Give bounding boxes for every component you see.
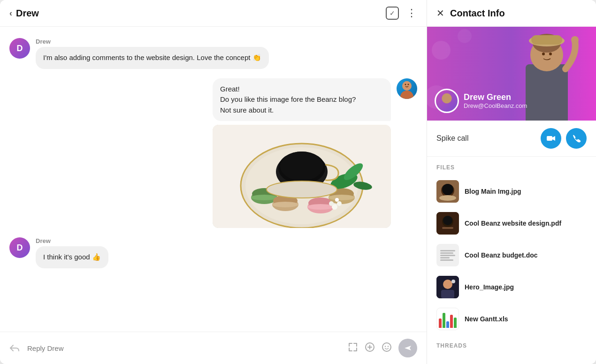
message-bubble: I'm also adding comments to the website … <box>36 47 269 69</box>
macaron-image-svg <box>213 125 391 228</box>
file-item-5[interactable]: New Gantt.xls <box>436 303 587 335</box>
contact-close-button[interactable]: ✕ <box>436 8 444 19</box>
back-arrow-icon: ‹ <box>9 8 12 18</box>
svg-point-37 <box>432 41 451 60</box>
svg-point-31 <box>267 181 337 198</box>
reply-area <box>0 332 427 364</box>
phone-call-icon <box>572 134 581 143</box>
call-buttons <box>541 128 587 149</box>
send-icon <box>404 344 412 352</box>
expand-icon <box>348 342 358 352</box>
threads-label: THREADS <box>436 342 587 349</box>
file-thumb-hero <box>436 276 459 298</box>
me-avatar-svg <box>397 78 417 99</box>
svg-point-3 <box>405 83 406 85</box>
file-item[interactable]: Blog Main Img.jpg <box>436 175 587 207</box>
sent-content: Great! Do you like this image fore the B… <box>213 78 391 228</box>
contact-info-title: Contact Info <box>450 8 505 19</box>
file-item-3[interactable]: Cool Beanz budget.doc <box>436 239 587 271</box>
svg-point-46 <box>549 53 552 55</box>
svg-point-45 <box>542 53 545 55</box>
svg-rect-40 <box>526 64 568 121</box>
more-options-button[interactable]: ⋮ <box>406 7 417 19</box>
svg-point-60 <box>443 280 452 289</box>
chat-panel: ‹ Drew ✓ ⋮ D Drew <box>0 0 427 364</box>
file-name-3: Cool Beanz budget.doc <box>465 251 538 259</box>
svg-point-29 <box>337 201 342 206</box>
svg-point-10 <box>280 152 323 181</box>
back-button[interactable]: ‹ <box>9 8 12 18</box>
reply-input[interactable] <box>27 344 340 352</box>
checkmark-box-icon: ✓ <box>386 7 399 20</box>
reply-back-icon <box>9 343 20 353</box>
contact-info-bar: Drew Green Drew@CoolBeanz.com <box>435 89 527 113</box>
message-row: D Drew I'm also adding comments to the w… <box>9 38 417 69</box>
svg-point-35 <box>388 346 389 347</box>
file-name-5: New Gantt.xls <box>465 315 508 323</box>
svg-rect-50 <box>547 136 552 141</box>
message-image <box>213 125 391 228</box>
svg-point-4 <box>408 83 409 85</box>
contact-small-avatar <box>435 89 459 113</box>
svg-point-33 <box>382 343 391 351</box>
checkmark-box-button[interactable]: ✓ <box>386 7 399 20</box>
contact-name: Drew Green <box>464 92 527 102</box>
coffee-thumb-svg <box>436 180 459 203</box>
phone-call-button[interactable] <box>566 128 587 149</box>
file-item-2[interactable]: Cool Beanz website design.pdf <box>436 207 587 239</box>
add-icon <box>365 342 375 352</box>
close-icon: ✕ <box>436 8 444 18</box>
svg-point-54 <box>439 195 456 201</box>
send-button[interactable] <box>398 339 417 357</box>
contact-panel: ✕ Contact Info <box>427 0 596 364</box>
contact-email: Drew@CoolBeanz.com <box>464 102 527 109</box>
emoji-icon <box>382 342 392 352</box>
file-name-2: Cool Beanz website design.pdf <box>465 220 561 227</box>
chat-contact-name: Drew <box>16 8 39 19</box>
reply-back-button[interactable] <box>9 343 20 353</box>
file-item-4[interactable]: Hero_Image.jpg <box>436 271 587 303</box>
avatar-drew: D <box>9 38 30 59</box>
svg-point-1 <box>400 91 413 99</box>
reply-actions <box>348 339 417 357</box>
message-row-2: D Drew I think it's good 👍 <box>9 237 417 268</box>
svg-point-34 <box>385 346 386 347</box>
video-call-button[interactable] <box>541 128 561 149</box>
file-name-4: Hero_Image.jpg <box>465 283 514 291</box>
files-section: FILES Blog Main Img.jpg <box>427 157 596 335</box>
message-content: Drew I'm also adding comments to the web… <box>36 38 269 69</box>
svg-point-17 <box>272 202 298 207</box>
svg-point-57 <box>443 216 452 225</box>
message-bubble-2: I think it's good 👍 <box>36 246 108 268</box>
emoji-button[interactable] <box>382 342 392 355</box>
svg-rect-58 <box>442 227 453 229</box>
file-thumb-website <box>436 212 459 235</box>
message-image-container: ● <box>213 125 391 228</box>
expand-button[interactable] <box>348 342 358 355</box>
contact-avatar-svg <box>436 89 458 113</box>
contact-name-email: Drew Green Drew@CoolBeanz.com <box>464 92 527 109</box>
svg-point-23 <box>329 195 355 200</box>
file-thumb-doc <box>436 244 459 266</box>
avatar-drew-2: D <box>9 237 30 258</box>
svg-rect-61 <box>441 290 454 298</box>
spike-call-section: Spike call <box>427 121 596 157</box>
files-label: FILES <box>436 164 587 171</box>
add-button[interactable] <box>365 342 375 355</box>
more-icon: ⋮ <box>406 7 417 19</box>
avatar-me <box>397 78 417 99</box>
app-container: ‹ Drew ✓ ⋮ D Drew <box>0 0 596 364</box>
chat-header: ‹ Drew ✓ ⋮ <box>0 0 427 27</box>
svg-point-2 <box>403 81 411 89</box>
chat-header-left: ‹ Drew <box>9 8 39 19</box>
message-sender-2: Drew <box>36 237 108 244</box>
messages-area: D Drew I'm also adding comments to the w… <box>0 27 427 332</box>
contact-info-header: ✕ Contact Info <box>427 0 596 27</box>
svg-point-14 <box>251 195 277 200</box>
message-content-2: Drew I think it's good 👍 <box>36 237 108 268</box>
website-thumb-svg <box>436 212 459 235</box>
spike-call-label: Spike call <box>436 134 468 143</box>
file-name: Blog Main Img.jpg <box>465 188 521 195</box>
contact-hero: Drew Green Drew@CoolBeanz.com <box>427 27 596 121</box>
file-thumb-coffee <box>436 180 459 203</box>
